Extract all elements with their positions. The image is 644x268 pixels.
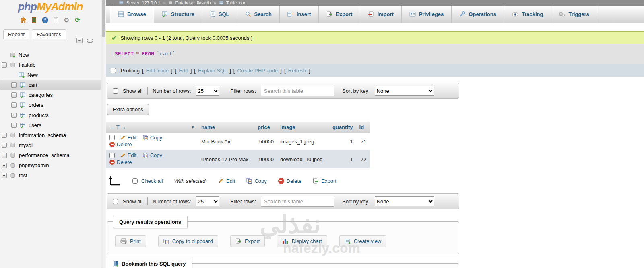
tree-item-cart[interactable]: + cart bbox=[0, 80, 101, 90]
tree-item-orders[interactable]: + orders bbox=[0, 100, 101, 110]
collapse-all-icon[interactable]: − bbox=[76, 38, 83, 43]
tree-item-new-table[interactable]: New bbox=[0, 70, 101, 80]
breadcrumb-table-link[interactable]: Table: cart bbox=[226, 0, 247, 5]
row-copy-link[interactable]: + Copy bbox=[143, 135, 162, 141]
tree-item-mysql[interactable]: + mysql bbox=[0, 140, 101, 150]
tab-search[interactable]: Search bbox=[237, 6, 280, 23]
create-view-button[interactable]: Create view bbox=[339, 235, 387, 247]
selected-delete-button[interactable]: Delete bbox=[278, 178, 302, 184]
refresh-link[interactable]: Refresh bbox=[288, 68, 307, 74]
tab-export[interactable]: Export bbox=[319, 6, 360, 23]
bracket: ] bbox=[280, 68, 282, 74]
display-chart-button[interactable]: Display chart bbox=[277, 235, 327, 247]
row-delete-link[interactable]: Delete bbox=[109, 159, 132, 165]
tab-privileges[interactable]: Privileges bbox=[402, 6, 452, 23]
number-of-rows-select[interactable]: 25 bbox=[196, 196, 219, 206]
selected-edit-button[interactable]: Edit bbox=[218, 178, 235, 184]
column-controls-header[interactable]: ← T → ▼ bbox=[106, 122, 198, 133]
tree-item-performance-schema[interactable]: + performance_schema bbox=[0, 150, 101, 160]
expand-node-icon[interactable]: + bbox=[2, 163, 7, 168]
tab-insert[interactable]: + Insert bbox=[280, 6, 319, 23]
tab-triggers[interactable]: Triggers bbox=[551, 6, 597, 23]
sort-by-key-select[interactable]: None bbox=[375, 196, 434, 206]
row-edit-link[interactable]: Edit bbox=[120, 152, 136, 158]
expand-node-icon[interactable]: + bbox=[11, 102, 17, 108]
tree-item-flaskdb[interactable]: − flaskdb bbox=[0, 60, 101, 70]
row-delete-link[interactable]: Delete bbox=[109, 141, 132, 147]
tree-item-categories[interactable]: + categories bbox=[0, 90, 101, 100]
explain-sql-link[interactable]: Explain SQL bbox=[198, 68, 227, 74]
help-icon[interactable]: ? bbox=[41, 16, 49, 24]
tab-structure[interactable]: Structure bbox=[154, 6, 202, 23]
query-results-operations-fieldset: Query results operations Print + Copy to… bbox=[107, 221, 459, 254]
show-all-checkbox[interactable] bbox=[113, 88, 118, 94]
tree-item-users[interactable]: + users bbox=[0, 120, 101, 130]
sort-desc-icon[interactable]: ▼ bbox=[191, 125, 195, 129]
tab-tracking[interactable]: Tracking bbox=[504, 6, 551, 23]
refresh-icon[interactable]: ⟳ bbox=[74, 16, 81, 24]
settings-icon[interactable]: ⚙ bbox=[63, 16, 70, 24]
export-button[interactable]: Export bbox=[230, 235, 265, 247]
row-edit-link[interactable]: Edit bbox=[120, 135, 136, 141]
tree-item-products[interactable]: + products bbox=[0, 110, 101, 120]
sidebar-scrollbar[interactable] bbox=[101, 0, 106, 268]
expand-node-icon[interactable]: + bbox=[11, 82, 17, 88]
expand-node-icon[interactable]: + bbox=[2, 143, 7, 148]
tree-item-information-schema[interactable]: + information_schema bbox=[0, 130, 101, 140]
back-icon[interactable]: ← bbox=[109, 0, 114, 6]
bracket: ] bbox=[309, 68, 310, 74]
column-move-icons[interactable]: ← T → bbox=[109, 124, 126, 130]
tree-item-phpmyadmin[interactable]: + phpmyadmin bbox=[0, 160, 101, 170]
scrollbar-thumb[interactable] bbox=[102, 0, 105, 37]
table-header-row: ← T → ▼ name price image quantity id bbox=[106, 122, 370, 133]
show-all-checkbox[interactable] bbox=[113, 199, 118, 204]
export-icon bbox=[313, 178, 319, 184]
expand-node-icon[interactable]: + bbox=[11, 92, 17, 98]
tab-browse[interactable]: Browse bbox=[110, 6, 154, 23]
expand-node-icon[interactable]: + bbox=[11, 123, 17, 128]
breadcrumb-database-link[interactable]: Database: flaskdb bbox=[175, 0, 211, 5]
check-all-checkbox[interactable] bbox=[132, 178, 138, 184]
tab-sql[interactable]: SQL bbox=[202, 6, 237, 23]
home-icon[interactable] bbox=[20, 16, 27, 24]
extra-options-button[interactable]: Extra options bbox=[107, 104, 149, 115]
filter-table-input[interactable] bbox=[261, 86, 334, 96]
expand-node-icon[interactable]: + bbox=[2, 153, 7, 158]
phpmyadmin-logo[interactable]: phpMyAdmin bbox=[0, 0, 101, 13]
logout-icon[interactable] bbox=[31, 16, 38, 24]
expand-node-icon[interactable]: + bbox=[2, 173, 7, 178]
unlink-databases-icon[interactable] bbox=[87, 39, 93, 43]
tree-item-test[interactable]: + test bbox=[0, 170, 101, 180]
row-copy-link[interactable]: + Copy bbox=[143, 152, 162, 158]
column-header-name[interactable]: name bbox=[198, 122, 254, 133]
sort-by-key-select[interactable]: None bbox=[375, 86, 434, 96]
edit-inline-link[interactable]: Edit inline bbox=[146, 68, 169, 74]
column-header-id[interactable]: id bbox=[356, 122, 370, 133]
print-button[interactable]: Print bbox=[115, 235, 146, 247]
column-header-quantity[interactable]: quantity bbox=[329, 122, 356, 133]
favourites-button[interactable]: Favourites bbox=[32, 29, 66, 39]
row-checkbox[interactable] bbox=[109, 153, 115, 158]
check-all-control[interactable]: Check all bbox=[132, 178, 163, 184]
selected-export-button[interactable]: Export bbox=[313, 178, 336, 184]
tree-item-new-database[interactable]: New bbox=[0, 50, 101, 60]
collapse-node-icon[interactable]: − bbox=[2, 62, 7, 68]
edit-link[interactable]: Edit bbox=[179, 68, 188, 74]
docs-icon[interactable] bbox=[52, 16, 60, 24]
breadcrumb-server-link[interactable]: Server: 127.0.0.1 bbox=[126, 0, 160, 5]
breadcrumb-separator: » bbox=[214, 0, 216, 5]
expand-node-icon[interactable]: + bbox=[2, 133, 7, 138]
expand-node-icon[interactable]: + bbox=[11, 113, 17, 118]
number-of-rows-select[interactable]: 25 bbox=[196, 86, 219, 96]
tab-import[interactable]: Import bbox=[360, 6, 401, 23]
filter-table-input[interactable] bbox=[261, 196, 334, 207]
recent-button[interactable]: Recent bbox=[3, 29, 29, 39]
selected-copy-button[interactable]: + Copy bbox=[246, 178, 266, 184]
column-header-image[interactable]: image bbox=[277, 122, 329, 133]
column-header-price[interactable]: price bbox=[254, 122, 277, 133]
tab-operations[interactable]: Operations bbox=[452, 6, 504, 23]
copy-to-clipboard-button[interactable]: + Copy to clipboard bbox=[158, 235, 218, 247]
row-checkbox[interactable] bbox=[109, 135, 115, 140]
create-php-code-link[interactable]: Create PHP code bbox=[237, 68, 278, 74]
profiling-checkbox[interactable] bbox=[111, 68, 116, 73]
